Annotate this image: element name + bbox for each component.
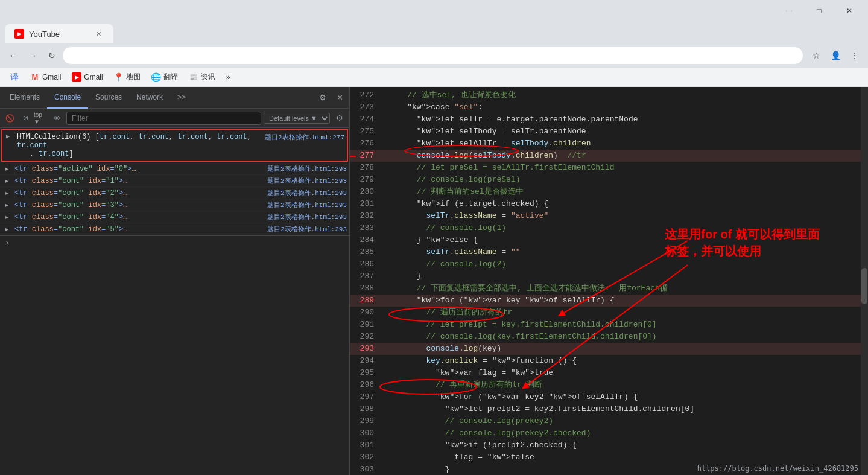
- context-select[interactable]: top ▼: [34, 111, 48, 126]
- expand-icon[interactable]: ▶: [5, 202, 8, 209]
- line-number-279[interactable]: 279: [350, 174, 379, 186]
- filter-input[interactable]: [66, 112, 261, 125]
- bookmark-more-label: »: [226, 73, 230, 81]
- line-number-275[interactable]: 275: [350, 126, 379, 138]
- console-settings-icon[interactable]: ⚙: [332, 111, 347, 126]
- line-number-281[interactable]: 281: [350, 198, 379, 210]
- tab-sources[interactable]: Sources: [88, 87, 129, 109]
- expand-icon[interactable]: ▶: [6, 133, 10, 140]
- scrollbar[interactable]: [861, 87, 868, 475]
- eye-icon[interactable]: 👁: [49, 111, 64, 126]
- html-source-link[interactable]: 题目2表格操作.html:293: [267, 225, 347, 234]
- html-source-link[interactable]: 题目2表格操作.html:293: [267, 164, 347, 173]
- line-number-273[interactable]: 273: [350, 101, 379, 113]
- bookmark-more[interactable]: »: [221, 70, 235, 84]
- html-row-4[interactable]: ▶<tr class="cont" idx="4">…题目2表格操作.html:…: [0, 211, 349, 223]
- tab-console[interactable]: Console: [47, 87, 88, 109]
- profile-icon[interactable]: 👤: [827, 47, 844, 64]
- bookmark-youtube[interactable]: ▶ Gmail: [67, 70, 107, 84]
- devtools-close-icon[interactable]: ✕: [332, 91, 347, 105]
- menu-icon[interactable]: ⋮: [846, 47, 863, 64]
- address-bar[interactable]: [63, 47, 803, 64]
- html-row-5[interactable]: ▶<tr class="cont" idx="5">…题目2表格操作.html:…: [0, 223, 349, 235]
- tab-label: YouTube: [29, 30, 60, 39]
- tab-close-button[interactable]: ✕: [93, 28, 104, 39]
- line-number-300[interactable]: 300: [350, 427, 379, 439]
- line-number-294[interactable]: 294: [350, 355, 379, 367]
- line-number-280[interactable]: 280: [350, 186, 379, 198]
- line-number-283[interactable]: 283: [350, 222, 379, 234]
- level-select[interactable]: Default levels ▼: [264, 113, 330, 124]
- expand-icon[interactable]: ▶: [5, 226, 8, 233]
- html-row-2[interactable]: ▶<tr class="cont" idx="2">…题目2表格操作.html:…: [0, 187, 349, 199]
- line-number-302[interactable]: 302: [350, 451, 379, 464]
- line-number-293[interactable]: 293: [350, 343, 379, 355]
- line-number-289[interactable]: 289: [350, 295, 379, 307]
- minimize-button[interactable]: ─: [775, 0, 803, 22]
- line-number-291[interactable]: 291: [350, 319, 379, 331]
- line-number-299[interactable]: 299: [350, 415, 379, 427]
- line-number-296[interactable]: 296: [350, 379, 379, 391]
- bookmark-star-icon[interactable]: ☆: [808, 47, 825, 64]
- bookmark-translate[interactable]: 译: [5, 70, 24, 84]
- html-source-link[interactable]: 题目2表格操作.html:293: [267, 212, 347, 222]
- settings-icon[interactable]: ⚙: [315, 91, 330, 105]
- bookmark-browser[interactable]: 🌐 翻译: [147, 70, 183, 84]
- line-number-292[interactable]: 292: [350, 331, 379, 343]
- line-number-282[interactable]: 282: [350, 210, 379, 222]
- console-filter-bar: 🚫 ⊘ top ▼ 👁 Default levels ▼ ⚙: [0, 109, 349, 128]
- html-source-link[interactable]: 题目2表格操作.html:293: [267, 176, 347, 185]
- scrollbar-thumb[interactable]: [861, 268, 867, 304]
- expand-icon[interactable]: ▶: [5, 177, 8, 185]
- line-number-298[interactable]: 298: [350, 403, 379, 415]
- line-number-287[interactable]: 287: [350, 270, 379, 282]
- line-number-290[interactable]: 290: [350, 307, 379, 319]
- code-area: 2722732742752762772782792802812822832842…: [350, 87, 861, 475]
- html-source-link[interactable]: 题目2表格操作.html:293: [267, 188, 347, 197]
- bookmark-gmail-label: Gmail: [42, 73, 61, 81]
- expand-icon[interactable]: ▶: [5, 165, 8, 173]
- line-number-286[interactable]: 286: [350, 258, 379, 270]
- html-row-3[interactable]: ▶<tr class="cont" idx="3">…题目2表格操作.html:…: [0, 199, 349, 211]
- html-row-1[interactable]: ▶<tr class="cont" idx="1">…题目2表格操作.html:…: [0, 175, 349, 187]
- html-tag-text: <tr class="cont" idx="5">…: [14, 225, 127, 234]
- line-number-274[interactable]: 274: [350, 113, 379, 126]
- bookmark-news[interactable]: 📰 资讯: [184, 70, 220, 84]
- maximize-button[interactable]: □: [805, 0, 833, 22]
- code-line-272: // 选中sel, 也让背景色变化: [379, 89, 861, 101]
- line-number-276[interactable]: 276: [350, 138, 379, 150]
- line-number-295[interactable]: 295: [350, 367, 379, 379]
- close-button[interactable]: ✕: [835, 0, 863, 22]
- stop-icon[interactable]: 🚫: [2, 111, 17, 126]
- tab-more[interactable]: >>: [170, 87, 193, 109]
- line-number-297[interactable]: 297: [350, 391, 379, 403]
- code-line-294: key.onclick = "kw">function () {: [379, 355, 861, 367]
- line-number-285[interactable]: 285: [350, 246, 379, 258]
- line-number-272[interactable]: 272: [350, 89, 379, 101]
- bookmark-maps-label: 地图: [126, 72, 141, 82]
- code-line-293: console.log(key): [379, 343, 861, 355]
- expand-icon[interactable]: ▶: [5, 214, 8, 221]
- line-number-288[interactable]: 288: [350, 282, 379, 295]
- browser-tab-youtube[interactable]: ▶ YouTube ✕: [5, 24, 113, 43]
- line-number-277[interactable]: 277: [350, 150, 379, 162]
- reload-button[interactable]: ↻: [43, 47, 60, 64]
- line-number-301[interactable]: 301: [350, 439, 379, 451]
- prompt-icon: ›: [5, 238, 10, 247]
- entry-source-277[interactable]: 题目2表格操作.html:277: [265, 133, 344, 142]
- bookmark-maps[interactable]: 📍 地图: [109, 70, 145, 84]
- html-source-link[interactable]: 题目2表格操作.html:293: [267, 200, 347, 209]
- ban-icon[interactable]: ⊘: [18, 111, 33, 126]
- forward-button[interactable]: →: [24, 47, 41, 64]
- expand-icon[interactable]: ▶: [5, 190, 8, 197]
- bookmark-translate-label: 翻译: [163, 72, 178, 82]
- line-number-284[interactable]: 284: [350, 234, 379, 246]
- html-row-0[interactable]: ▶<tr class="active" idx="0">…题目2表格操作.htm…: [0, 163, 349, 175]
- tab-network[interactable]: Network: [129, 87, 170, 109]
- line-number-278[interactable]: 278: [350, 162, 379, 174]
- console-input[interactable]: [12, 239, 344, 247]
- line-number-303[interactable]: 303: [350, 464, 379, 475]
- back-button[interactable]: ←: [5, 47, 22, 64]
- bookmark-gmail[interactable]: M Gmail: [25, 70, 66, 84]
- tab-elements[interactable]: Elements: [2, 87, 47, 109]
